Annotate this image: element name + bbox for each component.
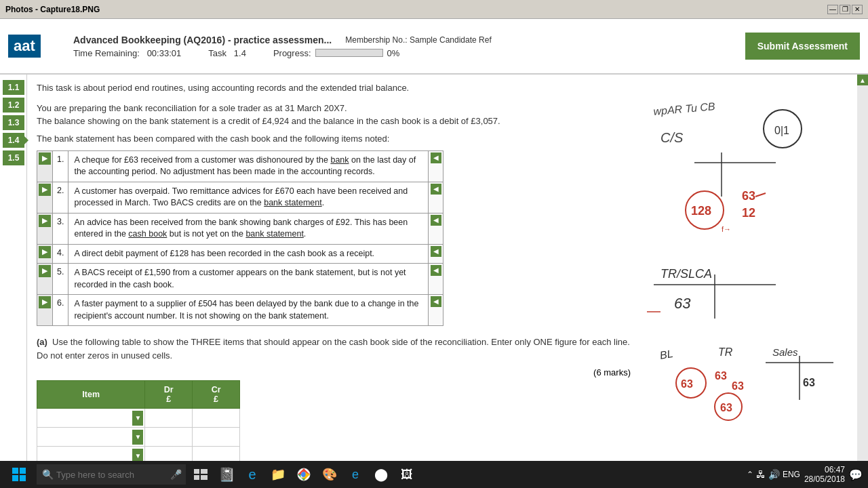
svg-rect-27: [12, 468, 18, 474]
notification-icon[interactable]: 💬: [849, 468, 863, 481]
language-indicator[interactable]: ENG: [783, 470, 800, 479]
answer-cr-1[interactable]: [193, 409, 240, 428]
aat-logo: aat: [8, 35, 62, 58]
item-text-6: A faster payment to a supplier of £504 h…: [68, 295, 429, 326]
handwritten-annotations: wpAR Tu CB C/S 0|1 128 63 12 TR/SLCA: [640, 75, 857, 480]
search-input[interactable]: [56, 470, 170, 480]
expand-button-2[interactable]: ▶: [39, 184, 51, 196]
nav-item-1-4[interactable]: 1.4: [3, 133, 24, 148]
svg-point-2: [764, 110, 802, 148]
table-row: ▶ 3. An advice has been received from th…: [37, 213, 443, 244]
right-arrow-1[interactable]: ◀: [431, 152, 441, 163]
task-view-button[interactable]: [190, 464, 212, 485]
chrome-taskbar-icon[interactable]: [293, 464, 315, 485]
scroll-up-arrow[interactable]: ▲: [857, 75, 868, 85]
taskbar: 🔍 🎤 📓 e 📁 🎨 e ⬤ 🖼 ⌃ 🖧 🔊 ENG: [0, 461, 868, 488]
expand-button-6[interactable]: ▶: [39, 296, 51, 308]
explorer-taskbar-icon[interactable]: 📁: [267, 464, 289, 485]
volume-icon[interactable]: 🔊: [768, 469, 780, 480]
answer-row-2: ▼: [37, 428, 240, 447]
nav-item-1-3[interactable]: 1.3: [3, 115, 24, 130]
membership-value: Sample Candidate Ref: [410, 35, 492, 45]
item-text-1: A cheque for £63 received from a custome…: [68, 150, 429, 182]
dropdown-arrow-1[interactable]: ▼: [132, 411, 143, 426]
svg-text:Sales: Sales: [772, 346, 798, 358]
svg-text:12: 12: [742, 206, 755, 220]
table-row: ▶ 4. A direct debit payment of £128 has …: [37, 244, 443, 264]
dr-column-header: Dr£: [145, 381, 193, 409]
expand-button-5[interactable]: ▶: [39, 265, 51, 277]
nav-item-1-1[interactable]: 1.1: [3, 80, 24, 95]
cr-column-header: Cr£: [193, 381, 240, 409]
right-arrow-5[interactable]: ◀: [431, 265, 441, 276]
search-icon: 🔍: [42, 469, 54, 480]
photos-taskbar-icon[interactable]: 🖼: [396, 464, 418, 485]
answer-cr-2[interactable]: [193, 428, 240, 447]
nav-item-1-5[interactable]: 1.5: [3, 150, 24, 165]
header-bottom-row: Time Remaining: 00:33:01 Task 1.4 Progre…: [73, 48, 734, 58]
progress-bar: [315, 49, 383, 57]
expand-button-4[interactable]: ▶: [39, 246, 51, 258]
item-num-5: 5.: [57, 267, 64, 277]
search-bar[interactable]: 🔍 🎤: [37, 464, 186, 485]
left-navigation: 1.1 1.2 1.3 1.4 1.5: [0, 75, 27, 480]
maximize-button[interactable]: ❐: [840, 5, 850, 14]
table-row: ▶ 2. A customer has overpaid. Two remitt…: [37, 182, 443, 213]
item-text-3: An advice has been received from the ban…: [68, 213, 429, 244]
system-tray-icons: ⌃ 🖧 🔊 ENG: [747, 469, 800, 480]
answer-table: Item Dr£ Cr£ ▼ ▼: [37, 380, 240, 466]
task-description: This task is about period end routines, …: [37, 81, 631, 95]
nav-item-1-2[interactable]: 1.2: [3, 98, 24, 113]
right-arrow-3[interactable]: ◀: [431, 215, 441, 226]
right-arrow-6[interactable]: ◀: [431, 296, 441, 307]
right-arrow-4[interactable]: ◀: [431, 246, 441, 257]
svg-rect-29: [12, 475, 18, 481]
svg-rect-32: [201, 469, 208, 474]
time-value: 00:33:01: [147, 48, 182, 58]
svg-point-20: [715, 393, 742, 420]
microphone-icon[interactable]: 🎤: [170, 469, 182, 480]
expand-button-1[interactable]: ▶: [39, 152, 51, 165]
svg-text:BL: BL: [659, 348, 674, 361]
scrollbar[interactable]: ▲ ▼: [857, 75, 868, 480]
answer-item-2[interactable]: ▼: [37, 428, 145, 447]
start-button[interactable]: [5, 463, 33, 486]
annotation-area: wpAR Tu CB C/S 0|1 128 63 12 TR/SLCA: [640, 75, 857, 480]
table-row: ▶ 1. A cheque for £63 received from a cu…: [37, 150, 443, 182]
media-taskbar-icon[interactable]: ⬤: [370, 464, 392, 485]
answer-dr-1[interactable]: [145, 409, 193, 428]
time-remaining: Time Remaining: 00:33:01: [73, 48, 181, 58]
right-arrow-2[interactable]: ◀: [431, 184, 441, 195]
submit-assessment-button[interactable]: Submit Assessment: [745, 33, 860, 60]
svg-text:63: 63: [715, 370, 727, 382]
membership-label: Membership No.:: [345, 35, 407, 45]
task-info: Task 1.4: [208, 48, 246, 58]
item-num-6: 6.: [57, 298, 64, 308]
item-column-header: Item: [37, 381, 145, 409]
close-button[interactable]: ✕: [852, 5, 863, 14]
svg-rect-34: [201, 475, 208, 480]
svg-point-15: [676, 368, 706, 398]
chevron-up-icon[interactable]: ⌃: [747, 470, 753, 479]
answer-item-1[interactable]: ▼: [37, 409, 145, 428]
taskbar-right: ⌃ 🖧 🔊 ENG 06:47 28/05/2018 💬: [747, 465, 863, 484]
expand-button-3[interactable]: ▶: [39, 215, 51, 227]
clock-date: 28/05/2018: [804, 474, 845, 484]
aat-logo-box: aat: [8, 35, 41, 58]
clock-time: 06:47: [804, 465, 845, 474]
minimize-button[interactable]: —: [827, 5, 838, 14]
svg-text:63: 63: [720, 402, 732, 413]
paint-taskbar-icon[interactable]: 🎨: [319, 464, 340, 485]
items-table: ▶ 1. A cheque for £63 received from a cu…: [37, 150, 443, 327]
svg-text:C/S: C/S: [660, 130, 684, 145]
ie-taskbar-icon[interactable]: e: [241, 464, 263, 485]
window-controls: — ❐ ✕: [827, 5, 863, 14]
answer-dr-2[interactable]: [145, 428, 193, 447]
task-view-icon: [194, 469, 208, 480]
system-clock[interactable]: 06:47 28/05/2018: [804, 465, 845, 484]
ie2-taskbar-icon[interactable]: e: [344, 464, 366, 485]
network-icon[interactable]: 🖧: [756, 469, 766, 480]
onenote-taskbar-icon[interactable]: 📓: [216, 464, 237, 485]
membership-info: Membership No.: Sample Candidate Ref: [345, 35, 491, 45]
dropdown-arrow-2[interactable]: ▼: [132, 430, 143, 445]
